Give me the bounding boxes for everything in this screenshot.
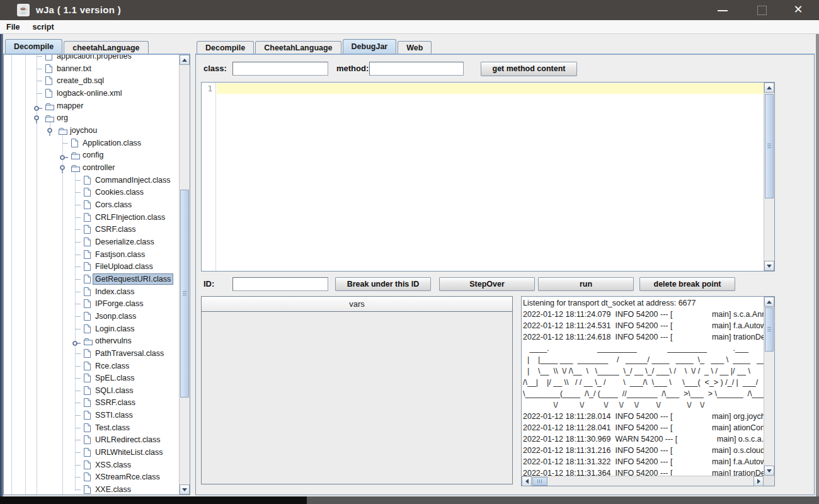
console-line: 2022-01-12 18:11:31.364 INFO 54200 --- [… [523,467,764,476]
console-hscrollbar-thumb[interactable] [532,477,547,486]
tree-item[interactable]: URLRedirect.class [4,433,179,446]
tree-item[interactable]: CSRF.class [4,223,179,236]
console-output[interactable]: Listening for transport dt_socket at add… [521,296,775,486]
vars-column-header[interactable]: vars [202,297,512,312]
tree-connector [37,81,42,81]
editor-scrollbar[interactable] [764,83,774,271]
tree-item[interactable]: CommandInject.class [4,174,179,186]
debug-buttons: Break under this IDStepOverrundelete bre… [196,277,815,291]
left-tab-decompile[interactable]: Decompile [5,39,62,54]
tree-item[interactable]: joychou [4,124,179,137]
code-editor[interactable]: 1 [201,82,775,272]
tree-item[interactable]: XXE.class [4,483,179,495]
tree-item[interactable]: Fastjson.class [4,248,179,261]
scroll-left-icon[interactable] [522,476,532,486]
tree-item[interactable]: PathTraversal.class [4,347,179,360]
close-button[interactable]: ✕ [786,0,810,20]
run-button[interactable]: run [538,277,634,291]
console-line: 2022-01-12 18:11:28.041 INFO 54200 --- [… [523,422,764,433]
tree-item-label: XStreamRce.class [93,472,162,482]
tree-connector [75,304,81,304]
console-scrollbar-thumb[interactable] [765,307,774,352]
tree-connector [62,143,68,144]
minimize-button[interactable] [712,0,733,20]
tree-item[interactable]: Index.class [4,285,179,298]
tree-item-label: org [55,113,70,123]
menu-item-file[interactable]: File [0,20,26,34]
scroll-down-icon[interactable] [180,484,190,495]
scroll-up-icon[interactable] [180,55,190,65]
left-tab-cheetahlanguage[interactable]: cheetahLanguage [64,41,148,54]
tree-item[interactable]: mapper [4,100,179,112]
tree-item-label: controller [81,163,117,173]
scroll-down-icon[interactable] [764,466,774,476]
tree-item[interactable]: banner.txt [4,62,179,75]
tree-item[interactable]: IPForge.class [4,297,179,310]
maximize-button[interactable] [751,0,772,20]
menu-item-script[interactable]: script [26,20,60,34]
console-vertical-scrollbar[interactable] [764,297,774,476]
tree-item[interactable]: Jsonp.class [4,310,179,323]
tree-item[interactable]: Login.class [4,323,179,335]
editor-gutter: 1 [202,83,216,271]
right-tab-cheetahlanguage[interactable]: CheetahLanguage [255,41,341,54]
tree-item[interactable]: Cors.class [4,198,179,211]
tree-item[interactable]: logback-online.xml [4,87,179,100]
tree-item[interactable]: Deserialize.class [4,236,179,248]
tree-item-label: PathTraversal.class [93,348,166,358]
tree-item[interactable]: GetRequestURI.class [4,273,179,285]
tree-item[interactable]: create_db.sql [4,74,179,87]
scroll-down-icon[interactable] [764,261,774,271]
console-line: 2022-01-12 18:11:30.969 WARN 54200 --- [… [523,433,764,445]
get-method-content-button[interactable]: get method content [481,62,577,76]
right-tab-decompile[interactable]: Decompile [197,41,254,54]
right-tab-web[interactable]: Web [398,41,432,54]
tree-item-label: application.properties [55,55,134,61]
right-tab-debugjar[interactable]: DebugJar [343,39,397,54]
console-line: ____. _________ _________ .___ [523,343,764,354]
tree-item[interactable]: org [4,112,179,124]
tree-item[interactable]: Application.class [4,137,179,149]
class-label: class: [203,62,227,76]
tree-scrollbar-thumb[interactable] [180,190,189,398]
tree-item[interactable]: Cookies.class [4,186,179,198]
stepover-button[interactable]: StepOver [439,277,535,291]
break-under-id-button[interactable]: Break under this ID [335,277,431,291]
tree-item[interactable]: XStreamRce.class [4,471,179,483]
tree-item-label: create_db.sql [55,76,106,86]
console-line: 2022-01-12 18:11:24.079 INFO 54200 --- [… [523,309,764,320]
tree-connector [75,180,81,181]
scroll-up-icon[interactable] [764,83,774,93]
tree-item[interactable]: CRLFInjection.class [4,211,179,224]
tree-item[interactable]: XSS.class [4,459,179,471]
tree-item[interactable]: SQLI.class [4,384,179,397]
console-line: 2022-01-12 18:11:24.531 INFO 54200 --- [… [523,320,764,331]
tree-item-label: XXE.class [93,484,133,495]
file-tree[interactable]: application.propertiesbanner.txtcreate_d… [4,55,179,495]
editor-scrollbar-thumb[interactable] [765,94,774,198]
tree-item[interactable]: SSTI.class [4,409,179,421]
tree-item[interactable]: SSRF.class [4,396,179,409]
tree-item[interactable]: Rce.class [4,360,179,372]
console-horizontal-scrollbar[interactable] [522,476,764,486]
tree-item[interactable]: controller [4,161,179,174]
tree-item[interactable]: FileUpload.class [4,260,179,273]
tree-item[interactable]: SpEL.class [4,372,179,384]
console-line: 2022-01-12 18:11:31.216 INFO 54200 --- [… [523,445,764,456]
java-cup-icon: ☕ [17,4,30,16]
tree-item[interactable]: othervulns [4,335,179,347]
class-input[interactable] [232,62,328,76]
tree-item-label: Login.class [93,324,137,334]
delete-breakpoint-button[interactable]: delete break point [639,277,735,291]
tree-item-label: FileUpload.class [93,261,155,272]
tree-item[interactable]: application.properties [4,55,179,62]
tree-scrollbar[interactable] [179,55,190,495]
method-input[interactable] [369,62,464,76]
tree-item-label: URLRedirect.class [93,435,163,445]
tree-item[interactable]: config [4,149,179,161]
tree-item[interactable]: Test.class [4,421,179,434]
tree-item[interactable]: URLWhiteList.class [4,446,179,459]
scroll-up-icon[interactable] [764,297,774,307]
tree-item-label: SSTI.class [93,410,135,420]
scroll-right-icon[interactable] [753,476,764,486]
